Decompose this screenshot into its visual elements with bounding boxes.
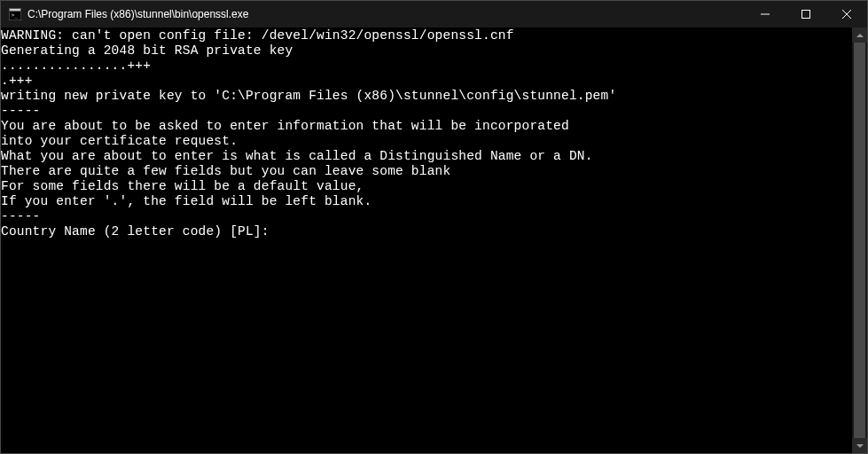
svg-marker-7 (856, 34, 864, 37)
scrollbar-down-button[interactable] (852, 438, 867, 453)
svg-text:>_: >_ (12, 12, 19, 19)
vertical-scrollbar[interactable] (852, 27, 867, 453)
console-output[interactable]: WARNING: can't open config file: /devel/… (1, 27, 852, 453)
svg-rect-4 (802, 11, 810, 19)
window-controls (745, 1, 867, 27)
scrollbar-thumb[interactable] (854, 43, 865, 438)
client-area: WARNING: can't open config file: /devel/… (1, 27, 867, 453)
minimize-button[interactable] (745, 1, 786, 27)
maximize-button[interactable] (786, 1, 826, 27)
window-title: C:\Program Files (x86)\stunnel\bin\opens… (27, 8, 745, 20)
scrollbar-up-button[interactable] (852, 27, 867, 43)
svg-marker-8 (856, 444, 864, 448)
window-titlebar[interactable]: >_ C:\Program Files (x86)\stunnel\bin\op… (1, 1, 867, 27)
close-button[interactable] (826, 1, 867, 27)
scrollbar-track[interactable] (852, 43, 867, 438)
console-app-icon: >_ (8, 7, 22, 21)
